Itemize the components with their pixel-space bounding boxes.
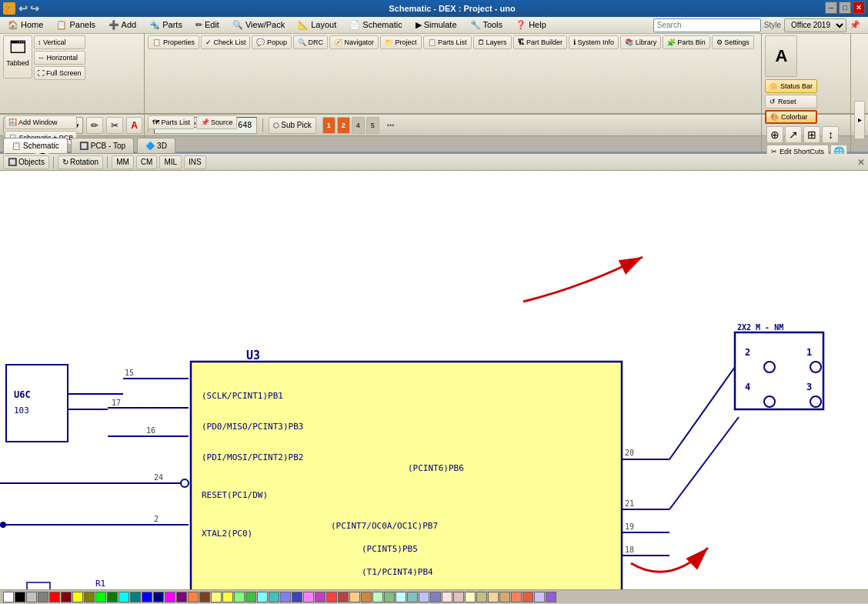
color-medgreen2[interactable]: [384, 592, 395, 602]
color-darkred[interactable]: [61, 592, 72, 602]
color-olivegreen[interactable]: [476, 592, 487, 602]
color-wheat[interactable]: [488, 592, 499, 602]
settings-button[interactable]: ⚙ Settings: [712, 35, 754, 49]
color-medbrown[interactable]: [361, 592, 372, 602]
popup-button[interactable]: 💬 Popup: [252, 35, 292, 49]
add-window-button[interactable]: 🪟 Add Window: [5, 115, 77, 129]
menu-layout[interactable]: 📐 Layout: [292, 18, 342, 32]
color-palecyan[interactable]: [396, 592, 406, 602]
search-input[interactable]: [653, 18, 761, 32]
reset-button[interactable]: ↺ Reset: [765, 95, 817, 108]
color-gray[interactable]: [38, 592, 48, 602]
cm-button[interactable]: CM: [136, 155, 158, 169]
color-black[interactable]: [15, 592, 25, 602]
tab-3d[interactable]: 🔷 3D: [137, 138, 175, 153]
color-medgreen[interactable]: [245, 592, 256, 602]
color-lightgreen[interactable]: [234, 592, 245, 602]
library-button[interactable]: 📚 Library: [620, 35, 661, 49]
color-medblue[interactable]: [292, 592, 302, 602]
toolbar-collapse-btn[interactable]: ▸: [854, 101, 865, 139]
color-pinkred[interactable]: [442, 592, 452, 602]
color-lightbrown[interactable]: [453, 592, 464, 602]
color-lavender[interactable]: [534, 592, 545, 602]
rotation-button[interactable]: ↻ Rotation: [58, 155, 103, 169]
layers-button[interactable]: 🗒 Layers: [473, 35, 512, 49]
drc-button[interactable]: 🔍 DRC: [293, 35, 328, 49]
color-lightcyan[interactable]: [257, 592, 268, 602]
navigator-button[interactable]: 🧭 Navigator: [329, 35, 379, 49]
color-medred[interactable]: [338, 592, 349, 602]
menu-add[interactable]: ➕ Add: [102, 18, 142, 32]
color-coral[interactable]: [511, 592, 522, 602]
ins-button[interactable]: INS: [184, 155, 206, 169]
objects-button[interactable]: 🔲 Objects: [3, 155, 49, 169]
quick-access-redo[interactable]: ↪: [30, 2, 39, 15]
menu-tools[interactable]: 🔧 Tools: [464, 18, 509, 32]
color-red[interactable]: [49, 592, 60, 602]
color-cyan[interactable]: [119, 592, 129, 602]
mm-button[interactable]: MM: [112, 155, 134, 169]
tabbed-button[interactable]: 🗔 Tabbed: [3, 35, 32, 78]
color-tan[interactable]: [499, 592, 510, 602]
system-info-button[interactable]: ℹ System Info: [569, 35, 619, 49]
color-lightorange[interactable]: [326, 592, 337, 602]
tab-schematic[interactable]: 📋 Schematic: [3, 138, 68, 153]
color-lightmagenta[interactable]: [303, 592, 314, 602]
menu-edit[interactable]: ✏ Edit: [189, 18, 225, 32]
menu-schematic[interactable]: 📄 Schematic: [343, 18, 408, 32]
menu-simulate[interactable]: ▶ Simulate: [409, 18, 463, 32]
menu-parts[interactable]: 🔩 Parts: [143, 18, 189, 32]
part-builder-button[interactable]: 🏗 Part Builder: [513, 35, 568, 49]
color-yellowgreen[interactable]: [222, 592, 233, 602]
color-medcyan[interactable]: [269, 592, 279, 602]
close-button[interactable]: ✕: [853, 2, 865, 14]
color-salmon[interactable]: [522, 592, 533, 602]
schematic-canvas[interactable]: U6C 103 15 17 16 24 2 X2 R1 1M 1: [0, 171, 868, 589]
color-palegreen[interactable]: [372, 592, 383, 602]
color-white[interactable]: [3, 592, 14, 602]
menu-home[interactable]: 🏠 Home: [2, 18, 49, 32]
color-medpurple[interactable]: [315, 592, 326, 602]
color-medblue2[interactable]: [430, 592, 441, 602]
toolbar-icon1[interactable]: ⊕: [766, 126, 783, 143]
style-pin-icon[interactable]: 📌: [850, 20, 860, 30]
menu-viewpack[interactable]: 🔍 View/Pack: [226, 18, 291, 32]
menu-panels[interactable]: 📋 Panels: [50, 18, 102, 32]
toolbar-icon4[interactable]: ↕: [822, 126, 839, 143]
project-button[interactable]: 📁 Project: [380, 35, 422, 49]
quick-access-undo[interactable]: ↩: [18, 2, 28, 15]
source-button[interactable]: 📌 Source: [196, 115, 238, 129]
full-screen-button[interactable]: ⛶ Full Screen: [34, 66, 85, 80]
properties-button[interactable]: 📋 Properties: [148, 35, 199, 49]
color-yellow[interactable]: [72, 592, 83, 602]
color-green[interactable]: [107, 592, 118, 602]
maximize-button[interactable]: □: [839, 2, 851, 14]
parts-list-button[interactable]: 📋 Parts List: [423, 35, 472, 49]
color-lightblue[interactable]: [280, 592, 291, 602]
color-paleyellow[interactable]: [465, 592, 476, 602]
color-darkyellow[interactable]: [84, 592, 95, 602]
color-teal[interactable]: [130, 592, 141, 602]
color-magenta[interactable]: [165, 592, 175, 602]
minimize-button[interactable]: ─: [825, 2, 837, 14]
color-orange[interactable]: [188, 592, 199, 602]
color-lime[interactable]: [95, 592, 106, 602]
color-brown[interactable]: [199, 592, 210, 602]
vertical-button[interactable]: ↕ Vertical: [34, 35, 85, 49]
checklist-button[interactable]: ✓ Check List: [201, 35, 251, 49]
color-blue[interactable]: [142, 592, 152, 602]
mil-button[interactable]: MIL: [159, 155, 182, 169]
route-button[interactable]: 🗺 Parts List: [148, 115, 195, 129]
color-darkblue[interactable]: [153, 592, 164, 602]
color-lightyellow[interactable]: [211, 592, 222, 602]
color-violet[interactable]: [546, 592, 556, 602]
horizontal-button[interactable]: ↔ Horizontal: [34, 51, 85, 65]
color-lightgray[interactable]: [26, 592, 37, 602]
parts-bin-button[interactable]: 🧩 Parts Bin: [663, 35, 710, 49]
status-bar-button[interactable]: 🔆 Status Bar: [765, 79, 817, 93]
color-medcyan2[interactable]: [407, 592, 418, 602]
menu-help[interactable]: ❓ Help: [509, 18, 553, 32]
toolbar-icon3[interactable]: ⊞: [803, 126, 820, 143]
colorbar-button[interactable]: 🎨 Colorbar: [765, 110, 817, 124]
color-purple[interactable]: [176, 592, 187, 602]
